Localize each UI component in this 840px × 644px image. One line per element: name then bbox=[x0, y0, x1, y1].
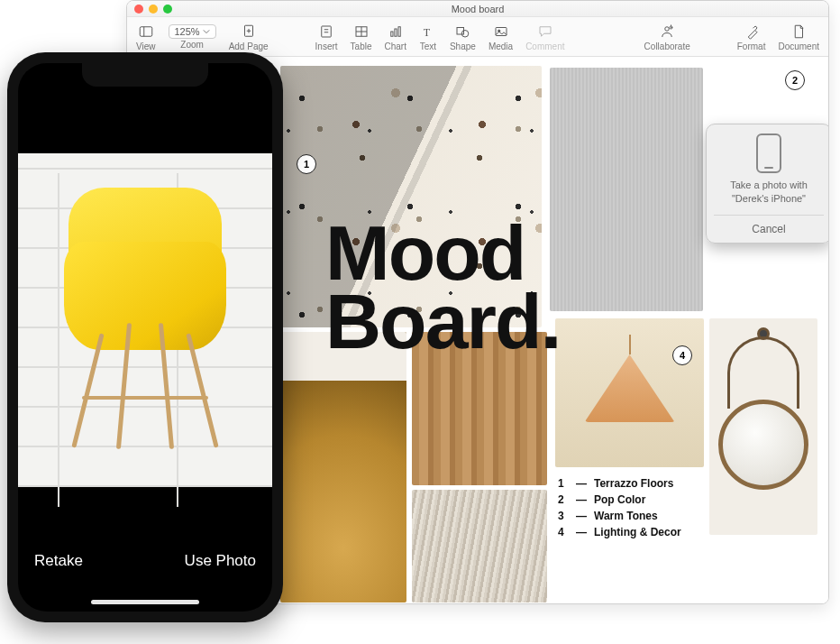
media-label: Media bbox=[488, 41, 513, 51]
svg-point-19 bbox=[665, 26, 670, 31]
svg-rect-5 bbox=[322, 26, 332, 37]
legend-row: 2—Pop Color bbox=[558, 493, 681, 506]
iphone-device: Retake Use Photo bbox=[7, 52, 283, 622]
text-icon: T bbox=[419, 23, 437, 41]
document-heading[interactable]: Mood Board. bbox=[325, 219, 560, 355]
window-titlebar: Mood board bbox=[127, 1, 828, 17]
document-icon bbox=[790, 23, 808, 41]
insert-button[interactable]: Insert bbox=[315, 23, 338, 51]
view-button[interactable]: View bbox=[136, 23, 156, 51]
svg-point-16 bbox=[462, 30, 470, 37]
insert-label: Insert bbox=[315, 41, 338, 51]
continuity-camera-popover: Take a photo with "Derek's iPhone" Cance… bbox=[706, 124, 829, 244]
format-button[interactable]: Format bbox=[737, 23, 766, 51]
shape-icon bbox=[453, 23, 471, 41]
callout-4[interactable]: 4 bbox=[672, 345, 692, 365]
text-button[interactable]: T Text bbox=[419, 23, 437, 51]
zoom-value: 125% bbox=[175, 26, 200, 37]
popover-cancel-button[interactable]: Cancel bbox=[714, 215, 824, 243]
legend-list[interactable]: 1—Terrazzo Floors 2—Pop Color 3—Warm Ton… bbox=[558, 477, 681, 542]
camera-preview bbox=[18, 153, 272, 487]
legend-row: 1—Terrazzo Floors bbox=[558, 477, 681, 490]
svg-rect-12 bbox=[395, 29, 397, 36]
chart-label: Chart bbox=[385, 41, 406, 51]
image-sofa[interactable] bbox=[280, 332, 406, 603]
svg-text:T: T bbox=[424, 25, 431, 38]
mirror-disc bbox=[718, 400, 808, 490]
table-icon bbox=[352, 23, 370, 41]
media-button[interactable]: Media bbox=[488, 23, 513, 51]
collaborate-button[interactable]: Collaborate bbox=[644, 23, 690, 51]
view-label: View bbox=[136, 41, 156, 51]
svg-rect-0 bbox=[140, 26, 152, 36]
use-photo-button[interactable]: Use Photo bbox=[185, 552, 256, 570]
image-fur-rug[interactable] bbox=[412, 490, 547, 603]
svg-rect-13 bbox=[398, 26, 400, 36]
comment-button: Comment bbox=[525, 23, 564, 51]
chevron-down-icon bbox=[203, 28, 210, 35]
comment-icon bbox=[536, 23, 554, 41]
svg-rect-11 bbox=[390, 32, 392, 36]
iphone-icon bbox=[756, 133, 781, 173]
document-label: Document bbox=[778, 41, 819, 51]
media-icon bbox=[492, 23, 510, 41]
image-pendant-lamp[interactable] bbox=[555, 318, 704, 467]
image-concrete[interactable] bbox=[550, 68, 703, 311]
shape-label: Shape bbox=[450, 41, 476, 51]
callout-1[interactable]: 1 bbox=[297, 154, 316, 174]
text-label: Text bbox=[420, 41, 436, 51]
svg-rect-17 bbox=[496, 27, 507, 35]
zoom-label: Zoom bbox=[180, 40, 204, 50]
retake-button[interactable]: Retake bbox=[34, 552, 83, 570]
collaborate-label: Collaborate bbox=[644, 41, 690, 51]
window-title: Mood board bbox=[127, 4, 828, 14]
image-mirror[interactable] bbox=[709, 318, 817, 535]
document-button[interactable]: Document bbox=[778, 23, 819, 51]
iphone-notch bbox=[82, 63, 208, 87]
legend-row: 3—Warm Tones bbox=[558, 510, 681, 522]
toolbar: View 125% Zoom Add Page Insert Table Cha… bbox=[127, 17, 828, 57]
yellow-chair bbox=[46, 179, 244, 449]
zoom-group: 125% Zoom bbox=[169, 24, 216, 50]
legend-row: 4—Lighting & Decor bbox=[558, 526, 681, 538]
callout-2[interactable]: 2 bbox=[785, 70, 805, 90]
table-label: Table bbox=[351, 41, 372, 51]
add-page-label: Add Page bbox=[229, 41, 269, 51]
format-label: Format bbox=[737, 41, 766, 51]
home-indicator[interactable] bbox=[91, 600, 199, 604]
zoom-dropdown[interactable]: 125% bbox=[169, 24, 216, 39]
comment-label: Comment bbox=[525, 41, 564, 51]
view-icon bbox=[137, 23, 155, 41]
format-icon bbox=[743, 23, 761, 41]
shape-button[interactable]: Shape bbox=[450, 23, 476, 51]
add-page-icon bbox=[240, 23, 258, 41]
iphone-screen: Retake Use Photo bbox=[18, 63, 272, 612]
chart-button[interactable]: Chart bbox=[385, 23, 406, 51]
lamp-shape bbox=[585, 335, 675, 422]
add-page-button[interactable]: Add Page bbox=[229, 23, 269, 51]
collaborate-icon bbox=[658, 23, 676, 41]
heading-line-2: Board. bbox=[325, 288, 560, 356]
mirror-strap bbox=[727, 336, 799, 409]
popover-message: Take a photo with "Derek's iPhone" bbox=[714, 179, 824, 206]
chart-icon bbox=[387, 23, 405, 41]
insert-icon bbox=[317, 23, 335, 41]
table-button[interactable]: Table bbox=[351, 23, 372, 51]
